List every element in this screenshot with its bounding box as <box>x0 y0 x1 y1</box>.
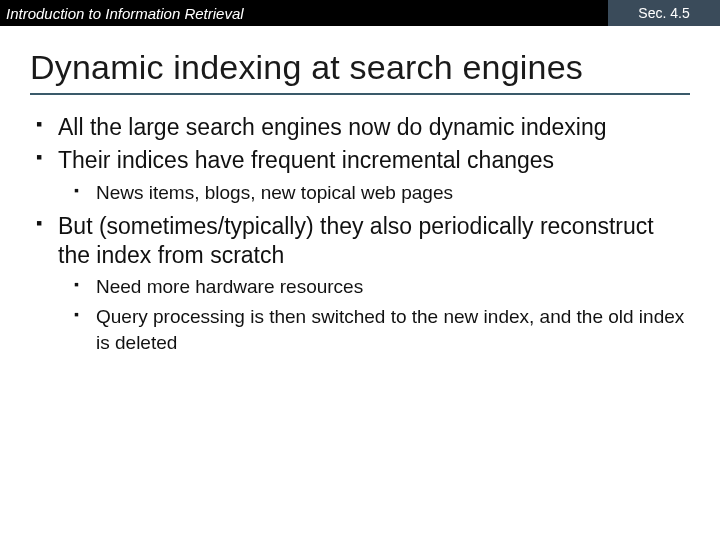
bullet-text: Query processing is then switched to the… <box>96 306 684 353</box>
sub-bullet-item: Need more hardware resources <box>72 274 686 300</box>
title-wrap: Dynamic indexing at search engines <box>0 26 720 95</box>
bullet-item: Their indices have frequent incremental … <box>34 146 686 205</box>
course-title: Introduction to Information Retrieval <box>0 0 608 26</box>
top-bar: Introduction to Information Retrieval Se… <box>0 0 720 26</box>
slide-title: Dynamic indexing at search engines <box>30 48 690 95</box>
bullet-item: But (sometimes/typically) they also peri… <box>34 212 686 356</box>
bullet-text: Need more hardware resources <box>96 276 363 297</box>
slide-body: All the large search engines now do dyna… <box>0 95 720 355</box>
section-label: Sec. 4.5 <box>608 0 720 26</box>
bullet-text: But (sometimes/typically) they also peri… <box>58 213 654 268</box>
bullet-text: Their indices have frequent incremental … <box>58 147 554 173</box>
bullet-list: All the large search engines now do dyna… <box>34 113 686 355</box>
sub-bullet-item: News items, blogs, new topical web pages <box>72 180 686 206</box>
sub-bullet-list: Need more hardware resources Query proce… <box>58 274 686 355</box>
sub-bullet-list: News items, blogs, new topical web pages <box>58 180 686 206</box>
sub-bullet-item: Query processing is then switched to the… <box>72 304 686 355</box>
bullet-item: All the large search engines now do dyna… <box>34 113 686 142</box>
slide: Introduction to Information Retrieval Se… <box>0 0 720 540</box>
bullet-text: All the large search engines now do dyna… <box>58 114 607 140</box>
bullet-text: News items, blogs, new topical web pages <box>96 182 453 203</box>
